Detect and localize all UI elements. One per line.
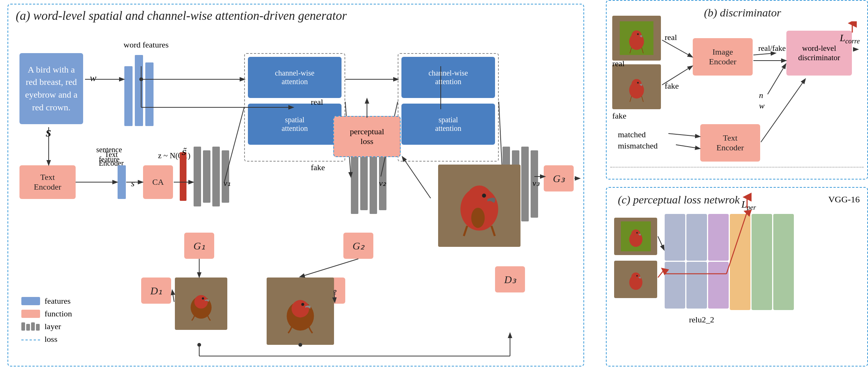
legend-dashed-line <box>21 340 40 340</box>
s-tilde-bar <box>180 152 186 201</box>
fake-label: fake <box>665 81 679 91</box>
svg-line-64 <box>658 270 664 278</box>
v2-label: v₂ <box>379 178 386 188</box>
discriminator-panel: (b) discriminator <box>606 0 868 180</box>
svg-point-44 <box>637 82 639 84</box>
d1-box: D₁ <box>141 278 171 304</box>
svg-point-58 <box>636 232 638 233</box>
svg-point-40 <box>637 33 639 35</box>
legend-pink-rect <box>21 310 40 318</box>
gray-bar <box>222 150 229 203</box>
sentence-feature-text: sentencefeature <box>96 145 122 164</box>
legend: features function layer loss <box>21 296 72 347</box>
svg-line-48 <box>753 53 775 55</box>
perceptual-loss-box: perceptualloss <box>333 116 401 157</box>
svg-line-63 <box>658 236 664 249</box>
svg-point-43 <box>632 79 642 89</box>
discriminator-title: (b) discriminator <box>704 6 781 19</box>
disc-separator <box>610 167 864 168</box>
disc-text-encoder-box: TextEncoder <box>700 124 760 162</box>
g3-box: G₃ <box>544 165 574 191</box>
word-feat-bar-2 <box>135 55 143 126</box>
svg-line-53 <box>676 145 699 148</box>
text-description: A bird with a red breast, red eyebrow an… <box>23 64 79 114</box>
svg-point-70 <box>467 186 492 210</box>
perc-fake-bird <box>614 261 657 298</box>
gray-bar <box>203 150 210 203</box>
l-corre-label: Lcorre <box>840 33 860 45</box>
n-label: n <box>759 91 763 100</box>
l-per-label: Lper <box>741 199 756 212</box>
d3-box: D₃ <box>495 266 525 292</box>
svg-line-50 <box>768 64 786 94</box>
generator-title: (a) word-level spatial and channel-wise … <box>16 9 347 23</box>
real-fake-label: real/fake <box>758 44 786 53</box>
s-arrow-label: s <box>131 178 134 188</box>
v1-label: v₁ <box>224 178 231 188</box>
perceptual-title: (c) perceptual loss netwrok <box>618 193 740 206</box>
svg-point-57 <box>631 230 640 239</box>
g2-box: G₂ <box>343 233 373 259</box>
spatial-attention-1: spatialattention <box>248 104 342 145</box>
gray-bar <box>521 147 529 221</box>
svg-point-7 <box>301 303 304 306</box>
svg-point-72 <box>471 208 485 228</box>
gray-bar <box>360 150 368 210</box>
fake-down-label: fake <box>612 111 626 121</box>
gray-bar <box>194 147 201 206</box>
svg-point-36 <box>197 343 201 347</box>
channel-wise-attention-1: channel-wiseattention <box>248 57 342 98</box>
l-corre-arrow <box>847 21 858 34</box>
svg-point-61 <box>631 273 640 282</box>
svg-line-29 <box>172 291 174 302</box>
final-generated-bird <box>438 165 521 247</box>
word-features-label: word features <box>124 40 169 50</box>
attention-box-1: channel-wiseattention spatialattention <box>244 53 345 162</box>
svg-line-28 <box>300 259 358 277</box>
text-description-box: A bird with a red breast, red eyebrow an… <box>19 53 83 124</box>
legend-layer: layer <box>21 322 72 331</box>
main-container: (a) word-level spatial and channel-wise … <box>0 0 868 374</box>
svg-point-71 <box>482 194 486 198</box>
vgg-layers <box>665 214 794 311</box>
v3-label: v₃ <box>532 178 540 188</box>
word-features-group <box>124 55 154 126</box>
perceptual-panel: (c) perceptual loss netwrok VGG-16 <box>606 187 868 367</box>
legend-loss: loss <box>21 334 72 344</box>
word-feat-bar-3 <box>145 62 154 126</box>
generated-bird-1 <box>175 278 227 330</box>
w-disc-label: w <box>759 101 765 111</box>
relu22-label: relu2_2 <box>689 315 714 325</box>
attention-box-2: channel-wiseattention spatialattention <box>398 53 499 162</box>
image-encoder-box: ImageEncoder <box>693 38 753 76</box>
word-feat-bar-1 <box>124 66 133 126</box>
legend-function: function <box>21 309 72 319</box>
real-perc-label: real <box>311 97 323 107</box>
fake-perc-label: fake <box>311 163 325 172</box>
ca-box: CA <box>143 165 173 199</box>
spatial-attention-2: spatialattention <box>401 104 495 145</box>
disc-real-bird <box>612 16 661 61</box>
vgg16-label: VGG-16 <box>828 194 860 205</box>
matched-label: matched <box>618 130 646 140</box>
perc-real-bird <box>614 218 657 255</box>
w-label: w <box>90 73 96 84</box>
layer-group-1 <box>194 147 229 206</box>
text-encoder-box: TextEncoder <box>19 165 76 199</box>
svg-line-51 <box>761 79 805 142</box>
gray-bar <box>212 147 220 206</box>
channel-wise-attention-2: channel-wiseattention <box>401 57 495 98</box>
svg-point-62 <box>636 275 638 276</box>
sentence-feat-bar <box>118 165 126 199</box>
legend-gray-bars <box>21 322 40 331</box>
disc-fake-bird <box>612 64 661 109</box>
svg-line-46 <box>662 40 692 57</box>
real-label: real <box>665 33 677 42</box>
svg-line-52 <box>668 134 699 137</box>
mismatched-label: mismatched <box>618 141 658 151</box>
legend-blue-rect <box>21 297 40 305</box>
legend-features: features <box>21 296 72 306</box>
svg-point-39 <box>632 30 642 40</box>
s-label: S <box>46 128 51 139</box>
s-tilde-label: s̃ <box>181 147 186 157</box>
